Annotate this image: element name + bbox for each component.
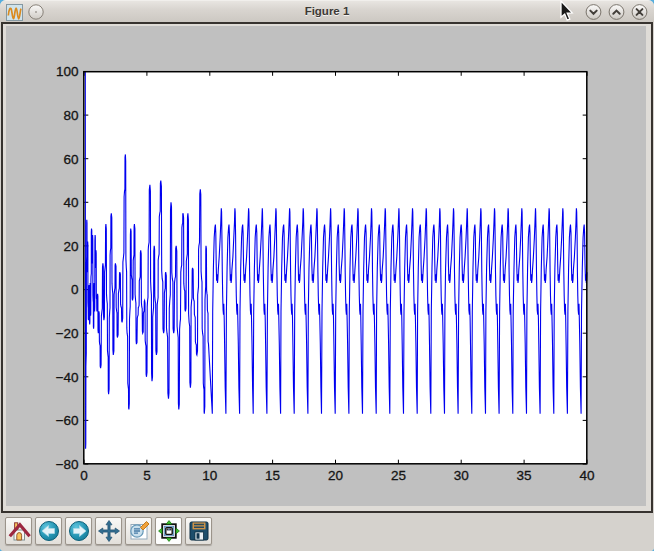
svg-text:−60: −60 <box>56 413 79 428</box>
svg-text:20: 20 <box>64 239 79 254</box>
svg-text:5: 5 <box>143 468 151 483</box>
svg-text:30: 30 <box>454 468 469 483</box>
svg-text:0: 0 <box>71 282 79 297</box>
svg-text:10: 10 <box>202 468 217 483</box>
svg-text:60: 60 <box>64 152 79 167</box>
svg-text:−20: −20 <box>56 326 79 341</box>
svg-text:−80: −80 <box>56 457 79 472</box>
svg-text:25: 25 <box>391 468 406 483</box>
svg-text:20: 20 <box>328 468 343 483</box>
svg-text:100: 100 <box>56 64 79 79</box>
svg-text:80: 80 <box>64 108 79 123</box>
svg-text:−40: −40 <box>56 370 79 385</box>
svg-text:35: 35 <box>517 468 532 483</box>
svg-text:0: 0 <box>80 468 88 483</box>
svg-text:40: 40 <box>579 468 594 483</box>
svg-text:15: 15 <box>265 468 280 483</box>
svg-text:40: 40 <box>64 195 79 210</box>
